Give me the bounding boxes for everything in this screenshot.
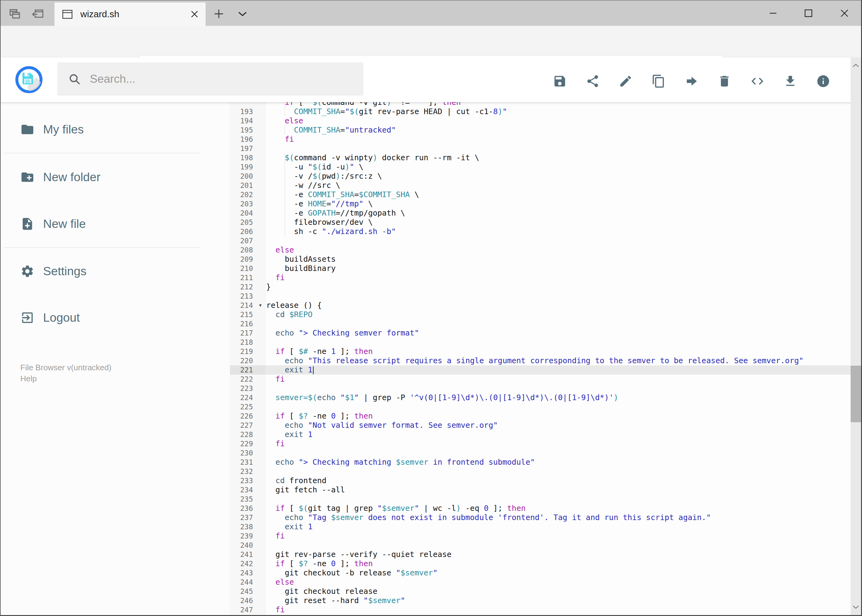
code-line[interactable]: 233 cd frontend: [230, 476, 861, 485]
code-line[interactable]: 216: [230, 319, 861, 328]
code-line[interactable]: 203 -e HOME="//tmp" \: [230, 199, 861, 209]
code-line[interactable]: 246 git reset --hard "$semver": [230, 596, 861, 605]
share-icon[interactable]: [586, 74, 600, 88]
code-line[interactable]: 240: [230, 541, 861, 550]
tab-close-icon[interactable]: [188, 7, 201, 21]
gear-icon: [20, 264, 35, 278]
code-line[interactable]: 222 fi: [230, 375, 861, 384]
fold-marker-icon[interactable]: ▾: [259, 301, 262, 310]
code-line[interactable]: 208 else: [230, 245, 861, 255]
code-line[interactable]: 197: [230, 144, 861, 153]
search-input[interactable]: Search...: [57, 63, 364, 96]
code-line[interactable]: 207: [230, 236, 861, 245]
code-line[interactable]: if [ "$(command -v git)" != "" ]; then: [230, 102, 861, 107]
text-cursor: [313, 366, 314, 374]
code-line[interactable]: 200 -v /$(pwd):/src:z \: [230, 171, 861, 181]
line-number: 213: [230, 292, 265, 301]
code-line[interactable]: 212}: [230, 282, 861, 292]
sidebar-item-new-folder[interactable]: New folder: [1, 162, 216, 192]
code-line[interactable]: 213: [230, 292, 861, 301]
code-line[interactable]: 231 echo "> Checking matching $semver in…: [230, 457, 861, 467]
code-line[interactable]: 232: [230, 467, 861, 476]
code-line[interactable]: 221 exit 1: [230, 365, 861, 375]
code-line[interactable]: 205 filebrowser/dev \: [230, 218, 861, 227]
sidebar-item-settings[interactable]: Settings: [1, 256, 216, 286]
code-line[interactable]: 209 buildAssets: [230, 255, 861, 264]
code-line[interactable]: 227 echo "Not valid semver format. See s…: [230, 421, 861, 430]
code-line[interactable]: 220 echo "This release script requires a…: [230, 356, 861, 365]
line-number: 219: [230, 347, 265, 356]
code-line[interactable]: 206 sh -c "./wizard.sh -b": [230, 227, 861, 236]
maximize-icon[interactable]: [800, 5, 817, 22]
delete-icon[interactable]: [717, 74, 731, 88]
download-icon[interactable]: [783, 74, 797, 88]
code-line[interactable]: 234 git fetch --all: [230, 485, 861, 495]
code-line[interactable]: 244 else: [230, 578, 861, 587]
new-tab-icon[interactable]: [212, 7, 225, 20]
scroll-up-icon[interactable]: [851, 61, 860, 70]
line-number: 229: [230, 439, 265, 448]
code-line[interactable]: 237 echo "Tag $semver does not exist in …: [230, 513, 861, 522]
sidebar-item-my-files[interactable]: My files: [1, 115, 216, 144]
code-line[interactable]: 229 fi: [230, 439, 861, 448]
code-line[interactable]: 215 cd $REPO: [230, 310, 861, 319]
info-icon[interactable]: [816, 74, 830, 88]
tab-list-chevron-icon[interactable]: [236, 7, 249, 20]
code-icon[interactable]: [750, 74, 764, 88]
code-line[interactable]: 224 semver=$(echo "$1" | grep -P '^v(0|[…: [230, 393, 861, 402]
code-line[interactable]: 198 $(command -v winpty) docker run --rm…: [230, 153, 861, 162]
line-number: 234: [230, 485, 265, 495]
code-line[interactable]: 242 if [ $? -ne 0 ]; then: [230, 559, 861, 568]
indent-guide: [285, 218, 285, 227]
code-line[interactable]: 241 git rev-parse --verify --quiet relea…: [230, 550, 861, 559]
code-line[interactable]: 236 if [ $(git tag | grep "$semver" | wc…: [230, 504, 861, 513]
copy-icon[interactable]: [651, 74, 666, 88]
sidebar-item-logout[interactable]: Logout: [1, 303, 216, 332]
set-tabs-aside-icon[interactable]: [32, 7, 45, 20]
code-line[interactable]: 226 if [ $? -ne 0 ]; then: [230, 412, 861, 421]
code-line[interactable]: 210 buildBinary: [230, 264, 861, 273]
code-line[interactable]: 228 exit 1: [230, 430, 861, 439]
indent-guide: [285, 107, 285, 116]
sidebar-item-label: New folder: [43, 170, 100, 184]
scroll-down-icon[interactable]: [851, 603, 860, 611]
line-number: 196: [230, 135, 265, 144]
code-line[interactable]: 247 fi: [230, 605, 861, 614]
code-line[interactable]: 199 -u "$(id -u)" \: [230, 162, 861, 171]
scrollbar-thumb[interactable]: [851, 366, 861, 422]
tab-preview-icon[interactable]: [8, 7, 22, 20]
edit-icon[interactable]: [619, 74, 633, 88]
minimize-icon[interactable]: [764, 5, 782, 22]
code-line[interactable]: 214▾release () {: [230, 301, 861, 310]
code-line[interactable]: 194 else: [230, 116, 861, 126]
code-line[interactable]: 223: [230, 384, 861, 393]
code-line[interactable]: 195 COMMIT_SHA="untracked": [230, 126, 861, 135]
help-link[interactable]: Help: [20, 374, 36, 383]
code-line[interactable]: 239 fi: [230, 531, 861, 541]
sidebar-item-new-file[interactable]: New file: [1, 209, 216, 239]
close-icon[interactable]: [836, 5, 853, 22]
code-line[interactable]: 204 -e GOPATH=//tmp/gopath \: [230, 209, 861, 218]
code-line[interactable]: 230: [230, 448, 861, 457]
code-line[interactable]: 235: [230, 495, 861, 504]
code-line[interactable]: 196 fi: [230, 135, 861, 144]
line-number: 237: [230, 513, 265, 522]
browser-tab[interactable]: wizard.sh: [55, 2, 206, 26]
code-line[interactable]: 219 if [ $# -ne 1 ]; then: [230, 347, 861, 356]
code-line[interactable]: 243 git checkout -b release "$semver": [230, 568, 861, 578]
code-editor[interactable]: if [ "$(command -v git)" != "" ]; then19…: [230, 102, 861, 615]
save-icon[interactable]: [553, 74, 567, 88]
code-line[interactable]: 201 -w //src \: [230, 181, 861, 190]
line-number: 238: [230, 522, 265, 531]
move-icon[interactable]: [684, 74, 698, 88]
code-line[interactable]: 202 -e COMMIT_SHA=$COMMIT_SHA \: [230, 190, 861, 199]
code-line[interactable]: 218: [230, 338, 861, 347]
code-line[interactable]: 193 COMMIT_SHA="$(git rev-parse HEAD | c…: [230, 107, 861, 116]
page-scrollbar[interactable]: [851, 58, 861, 615]
filebrowser-logo-icon[interactable]: [15, 66, 43, 94]
code-line[interactable]: 217 echo "> Checking semver format": [230, 328, 861, 338]
code-line[interactable]: 245 git checkout release: [230, 587, 861, 596]
code-line[interactable]: 225: [230, 402, 861, 412]
code-line[interactable]: 238 exit 1: [230, 522, 861, 531]
code-line[interactable]: 211 fi: [230, 273, 861, 282]
